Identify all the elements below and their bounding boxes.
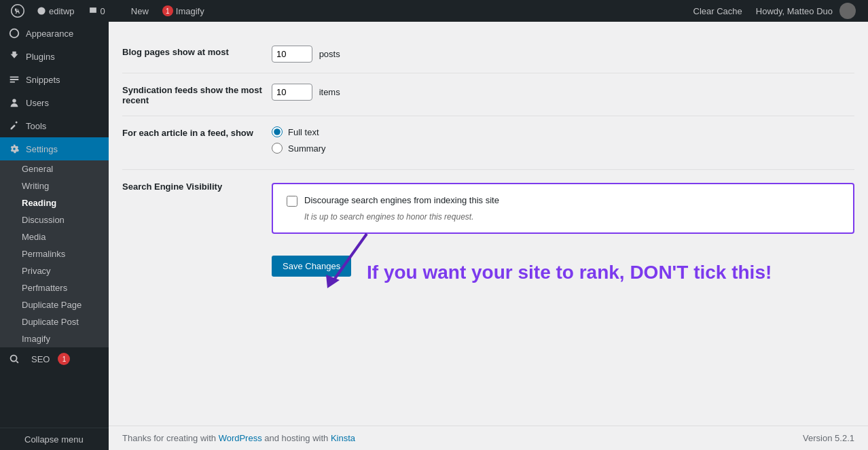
sidebar-item-plugins[interactable]: Plugins bbox=[0, 45, 109, 68]
sev-field: Discourage search engines from indexing … bbox=[272, 180, 854, 234]
full-text-label: Full text bbox=[288, 127, 319, 137]
site-name-link[interactable]: editwp bbox=[30, 0, 82, 22]
sev-hint: It is up to search engines to honor this… bbox=[304, 212, 839, 222]
sidebar-item-users-label: Users bbox=[26, 98, 49, 108]
imagify-link[interactable]: 1 Imagify bbox=[156, 0, 211, 22]
syndication-unit: items bbox=[319, 87, 340, 97]
sidebar-item-snippets-label: Snippets bbox=[26, 75, 60, 85]
blog-pages-unit: posts bbox=[319, 49, 340, 59]
submenu-general[interactable]: General bbox=[0, 160, 109, 177]
avatar bbox=[839, 3, 856, 19]
submenu-imagify[interactable]: Imagify bbox=[0, 330, 109, 347]
footer-text-between: and hosting with bbox=[264, 433, 331, 443]
feed-article-field: Full text Summary bbox=[272, 126, 854, 159]
footer-text-before-wp: Thanks for creating with bbox=[122, 433, 219, 443]
sidebar-item-tools[interactable]: Tools bbox=[0, 114, 109, 137]
wp-logo[interactable] bbox=[5, 4, 30, 18]
sev-checkbox-label: Discourage search engines from indexing … bbox=[304, 195, 499, 205]
full-text-radio[interactable] bbox=[272, 126, 283, 137]
imagify-badge: 1 bbox=[162, 5, 173, 16]
comments-link[interactable]: 0 bbox=[82, 0, 112, 22]
sidebar-active-arrow bbox=[103, 143, 109, 154]
howdy-label: Howdy, Matteo Duo bbox=[756, 6, 833, 16]
submenu-duplicate-post[interactable]: Duplicate Post bbox=[0, 313, 109, 330]
footer-kinsta-link[interactable]: Kinsta bbox=[331, 433, 355, 443]
summary-radio[interactable] bbox=[272, 143, 283, 154]
howdy-link[interactable]: Howdy, Matteo Duo bbox=[749, 0, 863, 22]
footer-left: Thanks for creating with WordPress and h… bbox=[122, 433, 355, 443]
footer-version: Version 5.2.1 bbox=[803, 433, 854, 443]
syndication-field: items bbox=[272, 84, 854, 101]
admin-bar: editwp 0 New 1 Imagify Clear Cache Howdy… bbox=[0, 0, 868, 22]
submenu-perfmatters[interactable]: Perfmatters bbox=[0, 279, 109, 296]
settings-submenu: General Writing Reading Discussion Media… bbox=[0, 160, 109, 347]
main-wrapper: Blog pages show at most posts Syndicatio… bbox=[109, 22, 868, 450]
syndication-row: Syndication feeds show the most recent i… bbox=[122, 73, 854, 116]
new-label: New bbox=[131, 6, 149, 16]
feed-article-row: For each article in a feed, show Full te… bbox=[122, 116, 854, 170]
blog-pages-row: Blog pages show at most posts bbox=[122, 35, 854, 73]
blog-pages-field: posts bbox=[272, 46, 854, 63]
sidebar-item-settings-label: Settings bbox=[26, 144, 58, 154]
footer-wordpress-link[interactable]: WordPress bbox=[219, 433, 262, 443]
sidebar-item-plugins-label: Plugins bbox=[26, 52, 55, 62]
sidebar-item-snippets[interactable]: Snippets bbox=[0, 68, 109, 91]
footer: Thanks for creating with WordPress and h… bbox=[109, 426, 868, 450]
sev-label: Search Engine Visibility bbox=[122, 180, 272, 192]
site-name-text: editwp bbox=[49, 6, 75, 16]
submenu-duplicate-page[interactable]: Duplicate Page bbox=[0, 296, 109, 313]
submenu-writing[interactable]: Writing bbox=[0, 177, 109, 194]
svg-point-0 bbox=[12, 99, 16, 103]
sidebar-item-seo-label: SEO bbox=[31, 354, 50, 364]
annotation-text: If you want your site to rank, DON'T tic… bbox=[367, 261, 772, 284]
sidebar: Appearance Plugins Snippets Users Tools … bbox=[0, 22, 109, 450]
seo-badge: 1 bbox=[58, 353, 70, 365]
sidebar-item-settings[interactable]: Settings bbox=[0, 137, 109, 160]
submenu-permalinks[interactable]: Permalinks bbox=[0, 245, 109, 262]
sidebar-item-appearance[interactable]: Appearance bbox=[0, 22, 109, 45]
sidebar-item-users[interactable]: Users bbox=[0, 91, 109, 114]
syndication-input[interactable] bbox=[272, 84, 312, 101]
layout: Appearance Plugins Snippets Users Tools … bbox=[0, 22, 868, 450]
submenu-reading[interactable]: Reading bbox=[0, 194, 109, 211]
clear-cache-button[interactable]: Clear Cache bbox=[687, 0, 749, 22]
admin-bar-right: Clear Cache Howdy, Matteo Duo bbox=[687, 0, 863, 22]
summary-option: Summary bbox=[272, 143, 854, 154]
sidebar-item-seo[interactable]: SEO 1 bbox=[0, 347, 109, 370]
sidebar-bottom: Collapse menu bbox=[0, 428, 109, 450]
save-section: Save Changes If you want your site to ra… bbox=[122, 234, 854, 277]
sev-box: Discourage search engines from indexing … bbox=[272, 183, 854, 234]
sev-row: Search Engine Visibility Discourage sear… bbox=[122, 170, 854, 234]
sev-checkbox-row: Discourage search engines from indexing … bbox=[287, 195, 839, 207]
annotation-text-wrapper: If you want your site to rank, DON'T tic… bbox=[353, 247, 772, 284]
syndication-label: Syndication feeds show the most recent bbox=[122, 84, 272, 105]
main-content: Blog pages show at most posts Syndicatio… bbox=[109, 22, 868, 426]
submenu-privacy[interactable]: Privacy bbox=[0, 262, 109, 279]
imagify-label: Imagify bbox=[176, 6, 204, 16]
new-content-link[interactable]: New bbox=[112, 0, 156, 22]
feed-article-label: For each article in a feed, show bbox=[122, 126, 272, 138]
submenu-media[interactable]: Media bbox=[0, 228, 109, 245]
summary-label: Summary bbox=[288, 143, 326, 154]
sev-checkbox[interactable] bbox=[287, 196, 297, 207]
svg-point-1 bbox=[11, 356, 17, 362]
collapse-menu-label: Collapse menu bbox=[24, 434, 84, 445]
sidebar-item-tools-label: Tools bbox=[26, 121, 46, 131]
blog-pages-input[interactable] bbox=[272, 46, 312, 63]
submenu-discussion[interactable]: Discussion bbox=[0, 211, 109, 228]
clear-cache-label: Clear Cache bbox=[693, 6, 742, 16]
sidebar-item-appearance-label: Appearance bbox=[26, 29, 73, 39]
full-text-option: Full text bbox=[272, 126, 854, 137]
comments-count: 0 bbox=[101, 6, 105, 16]
blog-pages-label: Blog pages show at most bbox=[122, 46, 272, 57]
collapse-menu-button[interactable]: Collapse menu bbox=[0, 428, 109, 450]
